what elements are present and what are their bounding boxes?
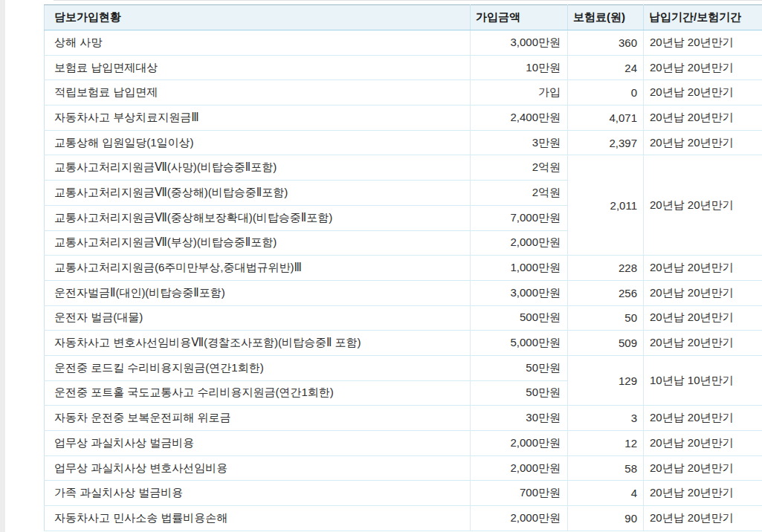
premium-cell: 360 — [568, 30, 644, 56]
column-header-amount: 가입금액 — [471, 5, 568, 30]
coverage-name-cell: 교통사고처리지원금Ⅶ(중상해보장확대)(비탑승중Ⅱ포함) — [45, 205, 471, 230]
coverage-name-cell: 운전자벌금Ⅱ(대인)(비탑승중Ⅱ포함) — [45, 280, 471, 305]
amount-cell: 가입 — [471, 80, 568, 106]
amount-cell: 2,000만원 — [471, 455, 568, 481]
column-header-period: 납입기간/보험기간 — [644, 5, 762, 30]
left-gutter — [0, 0, 5, 532]
table-row: 자동차사고 부상치료지원금Ⅲ2,400만원4,07120년납 20년만기 — [45, 106, 762, 131]
table-row: 자동차 운전중 보복운전피해 위로금30만원320년납 20년만기 — [45, 406, 762, 431]
coverage-name-cell: 운전자 벌금(대물) — [45, 305, 471, 331]
coverage-table-header: 담보가입현황 가입금액 보험료(원) 납입기간/보험기간 — [45, 5, 762, 30]
premium-cell: 2,011 — [568, 155, 644, 256]
period-cell: 20년납 20년만기 — [644, 55, 762, 80]
table-row: 운전자벌금Ⅱ(대인)(비탑승중Ⅱ포함)3,000만원25620년납 20년만기 — [45, 280, 762, 305]
amount-cell: 10만원 — [471, 55, 568, 80]
premium-cell: 2,397 — [568, 130, 644, 155]
amount-cell: 50만원 — [471, 355, 568, 380]
table-row: 운전중 로드킬 수리비용지원금(연간1회한)50만원12910년납 10년만기 — [45, 355, 762, 380]
amount-cell: 3,000만원 — [471, 280, 568, 305]
header-row: 담보가입현황 가입금액 보험료(원) 납입기간/보험기간 — [45, 5, 762, 30]
period-cell: 20년납 20년만기 — [644, 130, 762, 155]
table-row: 교통사고처리지원금Ⅶ(사망)(비탑승중Ⅱ포함)2억원2,01120년납 20년만… — [45, 155, 762, 181]
premium-cell: 3 — [568, 406, 644, 431]
table-row: 교통상해 입원일당(1일이상)3만원2,39720년납 20년만기 — [45, 130, 762, 155]
coverage-name-cell: 자동차사고 민사소송 법률비용손해 — [45, 506, 471, 531]
premium-cell: 4,071 — [568, 106, 644, 131]
coverage-name-cell: 보험료 납입면제대상 — [45, 55, 471, 80]
amount-cell: 2,000만원 — [471, 431, 568, 456]
amount-cell: 7,000만원 — [471, 205, 568, 230]
table-row: 운전자 벌금(대물)500만원5020년납 20년만기 — [45, 305, 762, 331]
period-cell: 20년납 20년만기 — [644, 481, 762, 506]
period-cell: 20년납 20년만기 — [644, 431, 762, 456]
amount-cell: 500만원 — [471, 305, 568, 331]
coverage-name-cell: 운전중 로드킬 수리비용지원금(연간1회한) — [45, 355, 471, 380]
table-row: 자동차사고 변호사선임비용Ⅶ(경찰조사포함)(비탑승중Ⅱ 포함)5,000만원5… — [45, 331, 762, 356]
coverage-name-cell: 교통상해 입원일당(1일이상) — [45, 130, 471, 155]
amount-cell: 2억원 — [471, 181, 568, 206]
amount-cell: 2,000만원 — [471, 506, 568, 531]
table-row: 가족 과실치사상 벌금비용700만원420년납 20년만기 — [45, 481, 762, 506]
premium-cell: 58 — [568, 455, 644, 481]
premium-cell: 0 — [568, 80, 644, 106]
period-cell: 20년납 20년만기 — [644, 506, 762, 531]
premium-cell: 12 — [568, 431, 644, 456]
amount-cell: 700만원 — [471, 481, 568, 506]
table-row: 상해 사망3,000만원36020년납 20년만기 — [45, 30, 762, 56]
amount-cell: 30만원 — [471, 406, 568, 431]
amount-cell: 3,000만원 — [471, 30, 568, 56]
amount-cell: 2,000만원 — [471, 230, 568, 256]
coverage-name-cell: 교통사고처리지원금Ⅶ(부상)(비탑승중Ⅱ포함) — [45, 230, 471, 256]
premium-cell: 509 — [568, 331, 644, 356]
coverage-name-cell: 자동차사고 부상치료지원금Ⅲ — [45, 106, 471, 131]
period-cell: 20년납 20년만기 — [644, 106, 762, 131]
amount-cell: 1,000만원 — [471, 256, 568, 281]
premium-cell: 129 — [568, 355, 644, 405]
amount-cell: 2억원 — [471, 155, 568, 181]
coverage-name-cell: 업무상 과실치사상 벌금비용 — [45, 431, 471, 456]
period-cell: 20년납 20년만기 — [644, 80, 762, 106]
period-cell: 20년납 20년만기 — [644, 256, 762, 281]
period-cell: 20년납 20년만기 — [644, 30, 762, 56]
premium-cell: 256 — [568, 280, 644, 305]
amount-cell: 3만원 — [471, 130, 568, 155]
coverage-status-screen: 담보가입현황 가입금액 보험료(원) 납입기간/보험기간 상해 사망3,000만… — [0, 0, 762, 532]
period-cell: 20년납 20년만기 — [644, 455, 762, 481]
coverage-name-cell: 교통사고처리지원금Ⅶ(사망)(비탑승중Ⅱ포함) — [45, 155, 471, 181]
coverage-name-cell: 교통사고처리지원금(6주미만부상,중대법규위반)Ⅲ — [45, 256, 471, 281]
amount-cell: 5,000만원 — [471, 331, 568, 356]
table-row: 업무상 과실치사상 벌금비용2,000만원1220년납 20년만기 — [45, 431, 762, 456]
coverage-name-cell: 가족 과실치사상 벌금비용 — [45, 481, 471, 506]
amount-cell: 50만원 — [471, 380, 568, 406]
coverage-name-cell: 업무상 과실치사상 변호사선임비용 — [45, 455, 471, 481]
coverage-name-cell: 적립보험료 납입면제 — [45, 80, 471, 106]
period-cell: 20년납 20년만기 — [644, 280, 762, 305]
period-cell: 20년납 20년만기 — [644, 155, 762, 256]
amount-cell: 2,400만원 — [471, 106, 568, 131]
period-cell: 10년납 10년만기 — [644, 355, 762, 405]
premium-cell: 50 — [568, 305, 644, 331]
premium-cell: 4 — [568, 481, 644, 506]
table-row: 적립보험료 납입면제가입020년납 20년만기 — [45, 80, 762, 106]
premium-cell: 24 — [568, 55, 644, 80]
table-row: 교통사고처리지원금(6주미만부상,중대법규위반)Ⅲ1,000만원22820년납 … — [45, 256, 762, 281]
coverage-table-body: 상해 사망3,000만원36020년납 20년만기보험료 납입면제대상10만원2… — [45, 30, 762, 531]
coverage-name-cell: 자동차사고 변호사선임비용Ⅶ(경찰조사포함)(비탑승중Ⅱ 포함) — [45, 331, 471, 356]
premium-cell: 228 — [568, 256, 644, 281]
table-row: 업무상 과실치사상 변호사선임비용2,000만원5820년납 20년만기 — [45, 455, 762, 481]
coverage-name-cell: 교통사고처리지원금Ⅶ(중상해)(비탑승중Ⅱ포함) — [45, 181, 471, 206]
table-row: 보험료 납입면제대상10만원2420년납 20년만기 — [45, 55, 762, 80]
coverage-table: 담보가입현황 가입금액 보험료(원) 납입기간/보험기간 상해 사망3,000만… — [44, 4, 762, 531]
coverage-name-cell: 자동차 운전중 보복운전피해 위로금 — [45, 406, 471, 431]
table-row: 자동차사고 민사소송 법률비용손해2,000만원9020년납 20년만기 — [45, 506, 762, 531]
period-cell: 20년납 20년만기 — [644, 305, 762, 331]
period-cell: 20년납 20년만기 — [644, 406, 762, 431]
column-header-premium: 보험료(원) — [568, 5, 644, 30]
coverage-name-cell: 상해 사망 — [45, 30, 471, 56]
coverage-name-cell: 운전중 포트홀 국도교통사고 수리비용지원금(연간1회한) — [45, 380, 471, 406]
top-divider — [54, 0, 762, 1]
column-header-coverage: 담보가입현황 — [45, 5, 471, 30]
premium-cell: 90 — [568, 506, 644, 531]
period-cell: 20년납 20년만기 — [644, 331, 762, 356]
